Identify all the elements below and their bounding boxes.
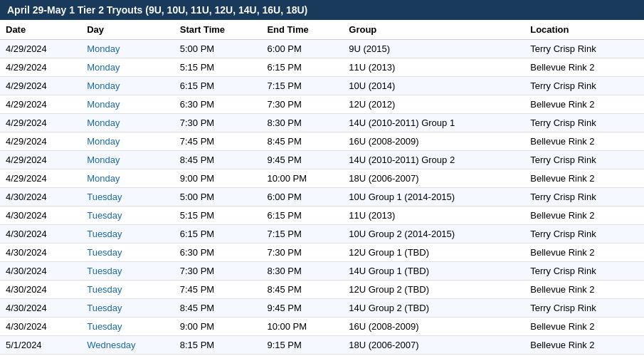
cell-location: Bellevue Rink 2	[524, 95, 644, 114]
cell-end: 7:30 PM	[261, 95, 343, 114]
cell-day: Monday	[81, 151, 174, 169]
cell-end: 8:45 PM	[261, 132, 343, 151]
cell-date: 4/29/2024	[0, 40, 81, 58]
cell-date: 4/30/2024	[0, 206, 81, 225]
cell-end: 6:00 PM	[261, 40, 343, 58]
cell-group: 10U Group 2 (2014-2015)	[343, 225, 524, 244]
cell-location: Terry Crisp Rink	[524, 225, 644, 244]
cell-end: 10:00 PM	[261, 318, 343, 336]
cell-date: 4/29/2024	[0, 169, 81, 188]
cell-group: 11U (2013)	[343, 58, 524, 77]
cell-date: 5/1/2024	[0, 336, 81, 355]
cell-end: 7:15 PM	[261, 77, 343, 95]
cell-group: 9U (2015)	[343, 40, 524, 58]
cell-location: Terry Crisp Rink	[524, 299, 644, 318]
cell-location: Bellevue Rink 2	[524, 206, 644, 225]
cell-location: Terry Crisp Rink	[524, 114, 644, 132]
cell-start: 6:15 PM	[174, 225, 262, 244]
cell-day: Monday	[81, 58, 174, 77]
cell-start: 5:00 PM	[174, 188, 262, 206]
cell-date: 4/30/2024	[0, 281, 81, 299]
table-row: 4/29/2024Monday8:45 PM9:45 PM14U (2010-2…	[0, 151, 644, 169]
cell-date: 4/29/2024	[0, 77, 81, 95]
cell-end: 6:15 PM	[261, 58, 343, 77]
cell-end: 9:45 PM	[261, 151, 343, 169]
table-row: 4/30/2024Tuesday5:00 PM6:00 PM10U Group …	[0, 188, 644, 206]
table-row: 4/29/2024Monday6:15 PM7:15 PM10U (2014)T…	[0, 77, 644, 95]
title-bar: April 29-May 1 Tier 2 Tryouts (9U, 10U, …	[0, 0, 644, 20]
cell-day: Tuesday	[81, 262, 174, 281]
cell-start: 9:00 PM	[174, 169, 262, 188]
cell-day: Tuesday	[81, 318, 174, 336]
cell-day: Tuesday	[81, 281, 174, 299]
col-header-date: Date	[0, 20, 81, 40]
cell-end: 9:45 PM	[261, 299, 343, 318]
table-row: 4/30/2024Tuesday9:00 PM10:00 PM16U (2008…	[0, 318, 644, 336]
cell-end: 8:30 PM	[261, 262, 343, 281]
table-row: 4/29/2024Monday6:30 PM7:30 PM12U (2012)B…	[0, 95, 644, 114]
cell-day: Monday	[81, 40, 174, 58]
cell-date: 4/30/2024	[0, 262, 81, 281]
cell-location: Terry Crisp Rink	[524, 77, 644, 95]
cell-start: 6:15 PM	[174, 77, 262, 95]
table-row: 4/30/2024Tuesday6:30 PM7:30 PM12U Group …	[0, 244, 644, 262]
cell-end: 8:30 PM	[261, 114, 343, 132]
cell-day: Tuesday	[81, 188, 174, 206]
cell-date: 4/30/2024	[0, 225, 81, 244]
col-header-day: Day	[81, 20, 174, 40]
cell-day: Wednesday	[81, 336, 174, 355]
cell-day: Monday	[81, 95, 174, 114]
cell-group: 12U Group 1 (TBD)	[343, 244, 524, 262]
cell-end: 9:15 PM	[261, 336, 343, 355]
cell-location: Bellevue Rink 2	[524, 318, 644, 336]
cell-day: Monday	[81, 169, 174, 188]
table-row: 4/29/2024Monday9:00 PM10:00 PM18U (2006-…	[0, 169, 644, 188]
cell-start: 8:15 PM	[174, 336, 262, 355]
cell-location: Terry Crisp Rink	[524, 151, 644, 169]
cell-group: 14U Group 2 (TBD)	[343, 299, 524, 318]
cell-start: 8:45 PM	[174, 151, 262, 169]
cell-date: 4/30/2024	[0, 299, 81, 318]
col-header-end: End Time	[261, 20, 343, 40]
cell-start: 6:30 PM	[174, 244, 262, 262]
cell-day: Tuesday	[81, 244, 174, 262]
cell-location: Terry Crisp Rink	[524, 188, 644, 206]
cell-location: Terry Crisp Rink	[524, 262, 644, 281]
cell-date: 4/29/2024	[0, 95, 81, 114]
cell-day: Monday	[81, 132, 174, 151]
cell-day: Tuesday	[81, 299, 174, 318]
cell-day: Monday	[81, 77, 174, 95]
cell-date: 4/29/2024	[0, 114, 81, 132]
cell-date: 4/30/2024	[0, 318, 81, 336]
cell-date: 4/29/2024	[0, 58, 81, 77]
cell-start: 7:30 PM	[174, 262, 262, 281]
col-header-start: Start Time	[174, 20, 262, 40]
cell-start: 7:45 PM	[174, 281, 262, 299]
cell-group: 16U (2008-2009)	[343, 132, 524, 151]
cell-location: Bellevue Rink 2	[524, 244, 644, 262]
cell-day: Monday	[81, 114, 174, 132]
cell-start: 8:45 PM	[174, 299, 262, 318]
cell-group: 18U (2006-2007)	[343, 169, 524, 188]
cell-group: 10U Group 1 (2014-2015)	[343, 188, 524, 206]
table-row: 4/30/2024Tuesday7:45 PM8:45 PM12U Group …	[0, 281, 644, 299]
cell-start: 6:30 PM	[174, 95, 262, 114]
table-row: 5/1/2024Wednesday8:15 PM9:15 PM18U (2006…	[0, 336, 644, 355]
cell-end: 7:15 PM	[261, 225, 343, 244]
cell-location: Terry Crisp Rink	[524, 40, 644, 58]
cell-end: 6:00 PM	[261, 188, 343, 206]
cell-end: 7:30 PM	[261, 244, 343, 262]
cell-location: Bellevue Rink 2	[524, 169, 644, 188]
cell-location: Bellevue Rink 2	[524, 58, 644, 77]
cell-start: 9:00 PM	[174, 318, 262, 336]
schedule-table: Date Day Start Time End Time Group Locat…	[0, 20, 644, 355]
cell-group: 10U (2014)	[343, 77, 524, 95]
table-header-row: Date Day Start Time End Time Group Locat…	[0, 20, 644, 40]
cell-group: 12U (2012)	[343, 95, 524, 114]
cell-day: Tuesday	[81, 206, 174, 225]
table-row: 4/29/2024Monday5:15 PM6:15 PM11U (2013)B…	[0, 58, 644, 77]
table-row: 4/30/2024Tuesday7:30 PM8:30 PM14U Group …	[0, 262, 644, 281]
col-header-group: Group	[343, 20, 524, 40]
cell-end: 8:45 PM	[261, 281, 343, 299]
cell-group: 11U (2013)	[343, 206, 524, 225]
